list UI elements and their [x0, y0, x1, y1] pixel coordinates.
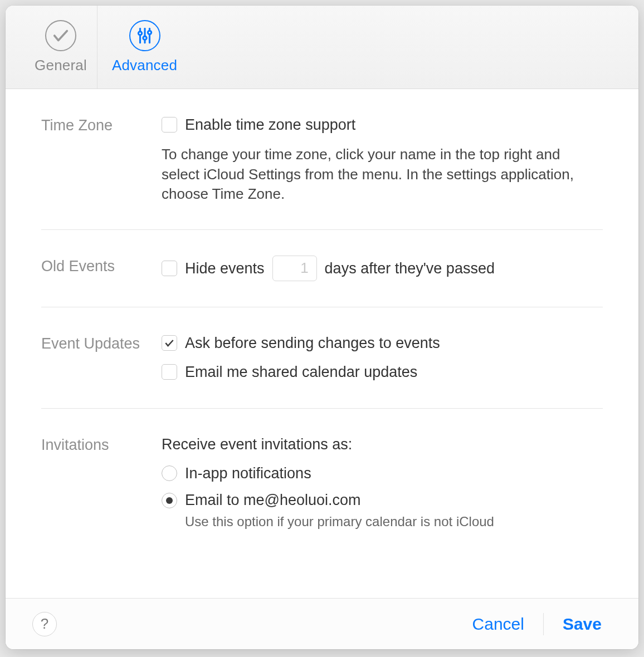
label-enable-timezone: Enable time zone support — [185, 115, 355, 135]
svg-point-3 — [143, 36, 146, 40]
section-timezone: Time Zone Enable time zone support To ch… — [41, 89, 603, 230]
note-email: Use this option if your primary calendar… — [185, 513, 603, 531]
footer-separator — [543, 613, 544, 635]
tab-bar: General Advanced — [6, 6, 638, 89]
content-area: Time Zone Enable time zone support To ch… — [6, 89, 638, 598]
heading-timezone: Time Zone — [41, 115, 162, 135]
check-circle-icon — [45, 20, 76, 51]
radio-email[interactable] — [162, 493, 177, 508]
heading-invitations: Invitations — [41, 434, 162, 455]
label-inapp: In-app notifications — [185, 463, 311, 483]
label-invitations-intro: Receive event invitations as: — [162, 434, 352, 454]
tab-general-label: General — [35, 57, 87, 74]
label-ask-before-sending: Ask before sending changes to events — [185, 333, 440, 353]
sliders-icon — [129, 20, 160, 51]
section-invitations: Invitations Receive event invitations as… — [41, 409, 603, 548]
heading-old-events: Old Events — [41, 256, 162, 276]
svg-point-1 — [138, 32, 142, 35]
tab-advanced[interactable]: Advanced — [97, 6, 192, 89]
checkbox-email-shared-updates[interactable] — [162, 364, 177, 380]
help-button[interactable]: ? — [32, 612, 57, 636]
label-hide-events-suffix: days after they've passed — [325, 258, 495, 278]
label-email-shared-updates: Email me shared calendar updates — [185, 362, 417, 382]
label-hide-events-prefix: Hide events — [185, 258, 265, 278]
footer: ? Cancel Save — [6, 598, 638, 649]
cancel-button[interactable]: Cancel — [462, 611, 534, 637]
save-button[interactable]: Save — [553, 611, 612, 637]
tab-general[interactable]: General — [25, 6, 97, 89]
preferences-window: General Advanced Time Zone En — [6, 6, 638, 649]
section-event-updates: Event Updates Ask before sending changes… — [41, 307, 603, 409]
checkbox-ask-before-sending[interactable] — [162, 335, 177, 351]
heading-event-updates: Event Updates — [41, 333, 162, 354]
checkbox-hide-events[interactable] — [162, 261, 177, 276]
radio-inapp[interactable] — [162, 465, 177, 481]
help-timezone: To change your time zone, click your nam… — [162, 145, 596, 203]
checkbox-enable-timezone[interactable] — [162, 117, 177, 133]
label-email: Email to me@heoluoi.com — [185, 490, 361, 510]
section-old-events: Old Events Hide events days after they'v… — [41, 230, 603, 307]
tab-advanced-label: Advanced — [112, 57, 177, 74]
svg-point-5 — [148, 31, 151, 34]
input-hide-days[interactable] — [272, 256, 317, 281]
help-icon: ? — [41, 615, 48, 633]
